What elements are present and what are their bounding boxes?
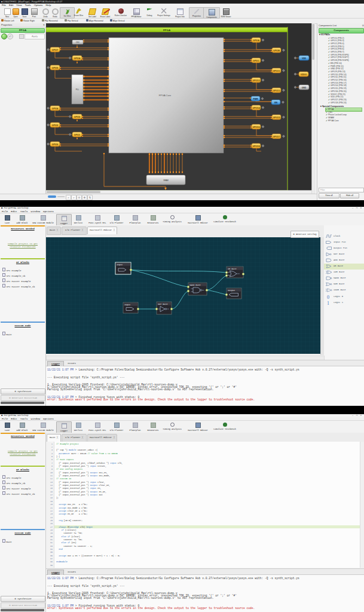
svg-text:GPIOC: GPIOC	[253, 60, 259, 62]
svg-text:EN: EN	[274, 102, 277, 104]
svg-text:GPIO7: GPIO7	[52, 49, 58, 51]
svg-text:GPIO4: GPIO4	[52, 108, 58, 110]
svg-text:GPIO11: GPIO11	[273, 70, 280, 72]
svg-text:OSC: OSC	[76, 41, 80, 44]
svg-text:0: 0	[327, 295, 329, 299]
svg-text:GPIO18: GPIO18	[252, 145, 259, 148]
svg-text:GPIO2: GPIO2	[52, 124, 58, 127]
svg-text:GPIO1: GPIO1	[74, 134, 80, 136]
svg-text:GPIOB: GPIOB	[273, 50, 280, 52]
svg-text:NOT Gate: NOT Gate	[158, 303, 167, 305]
svg-text:GND: GND	[302, 87, 307, 89]
svg-text:GPIO6: GPIO6	[52, 143, 58, 146]
svg-text:GPIO12: GPIO12	[252, 79, 259, 82]
svg-text:VDD: VDD	[302, 57, 307, 60]
svg-text:Input: Input	[124, 304, 130, 306]
svg-text:GPIO16: GPIO16	[252, 126, 259, 128]
svg-text:Input: Input	[117, 264, 123, 266]
svg-text:GPIOA: GPIOA	[74, 57, 81, 60]
svg-text:GPIO0: GPIO0	[74, 116, 80, 118]
svg-text:Output: Output	[228, 289, 235, 292]
svg-text:PLL: PLL	[76, 88, 79, 91]
svg-text:VDDIO: VDDIO	[301, 74, 307, 76]
svg-text:FPGA: FPGA	[163, 29, 171, 32]
svg-text:PWR: PWR	[253, 98, 258, 100]
svg-text:FPGA Core: FPGA Core	[159, 94, 172, 97]
svg-text:GPIO13: GPIO13	[273, 90, 280, 92]
svg-text:GPIO17: GPIO17	[273, 136, 280, 138]
svg-text:GPIOA: GPIOA	[253, 39, 259, 42]
svg-text:NAND Gate: NAND Gate	[189, 284, 200, 286]
svg-text:SRAM: SRAM	[163, 179, 169, 182]
svg-text:GPIO14: GPIO14	[252, 107, 259, 109]
svg-text:OR Gate: OR Gate	[228, 268, 236, 270]
svg-text:GPIO15: GPIO15	[273, 117, 280, 119]
svg-text:1: 1	[327, 301, 329, 305]
svg-text:GPIO5: GPIO5	[52, 67, 58, 69]
